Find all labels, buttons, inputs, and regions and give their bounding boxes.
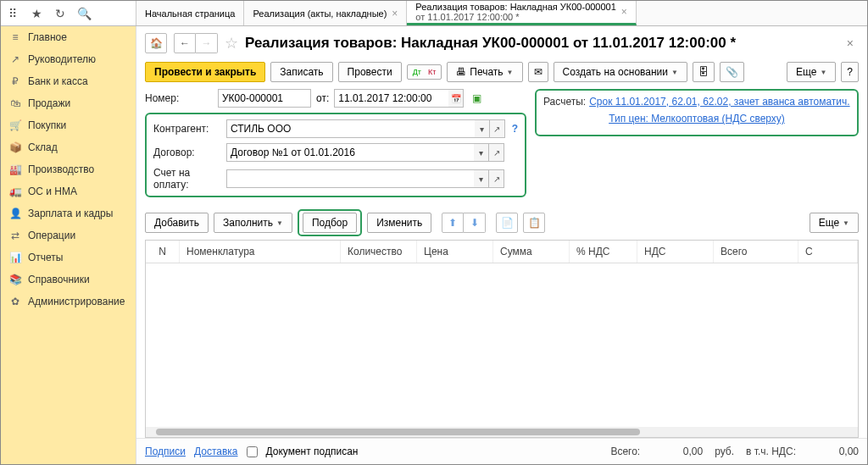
move-up-button[interactable]: ⬆	[442, 213, 464, 233]
cart-icon: 🛒	[9, 119, 21, 131]
sidebar-item-label: Главное	[28, 31, 67, 43]
col-price[interactable]: Цена	[417, 241, 493, 263]
change-button[interactable]: Изменить	[367, 213, 431, 233]
sidebar-item-admin[interactable]: ✿Администрирование	[1, 291, 136, 313]
help-icon[interactable]: ?	[512, 123, 518, 135]
sidebar-item-references[interactable]: 📚Справочники	[1, 268, 136, 291]
pick-button[interactable]: Подбор	[303, 213, 357, 233]
fill-button[interactable]: Заполнить▼	[214, 213, 292, 233]
close-icon[interactable]: ×	[621, 6, 627, 18]
col-vat[interactable]: НДС	[637, 241, 714, 263]
calendar-icon[interactable]: 📅	[448, 89, 464, 108]
col-item[interactable]: Номенклатура	[180, 241, 341, 263]
barchart-icon: 📊	[9, 252, 21, 263]
post-and-close-button[interactable]: Провести и закрыть	[145, 62, 265, 82]
move-down-button[interactable]: ⬇	[464, 213, 486, 233]
top-bar: ⠿ ★ ↻ 🔍 Начальная страница Реализация (а…	[1, 1, 867, 26]
col-n[interactable]: N	[146, 241, 180, 263]
sidebar-item-assets[interactable]: 🚛ОС и НМА	[1, 180, 136, 202]
copy-button[interactable]: 📄	[496, 213, 518, 233]
close-icon[interactable]: ×	[392, 8, 398, 19]
table-more-button[interactable]: Еще▼	[810, 213, 859, 233]
sidebar-item-label: Склад	[28, 141, 58, 153]
h-scrollbar[interactable]	[146, 427, 858, 437]
open-icon[interactable]: ↗	[489, 169, 504, 188]
fill-label: Заполнить	[223, 217, 273, 229]
settlement-panel: Расчеты: Срок 11.01.2017, 62.01, 62.02, …	[535, 89, 859, 136]
number-label: Номер:	[145, 92, 213, 104]
open-icon[interactable]: ↗	[490, 119, 505, 138]
dropdown-icon[interactable]: ▾	[474, 169, 489, 188]
create-based-button[interactable]: Создать на основании▼	[554, 62, 687, 82]
gear-icon: ✿	[9, 296, 21, 307]
page-title: Реализация товаров: Накладная УК00-00000…	[245, 35, 736, 52]
more-label: Еще	[796, 66, 816, 78]
contragent-input[interactable]	[226, 119, 475, 138]
back-button[interactable]: ←	[174, 33, 196, 53]
invoice-input[interactable]	[226, 169, 474, 188]
col-qty[interactable]: Количество	[341, 241, 417, 263]
search-icon[interactable]: 🔍	[77, 7, 91, 20]
contragent-label: Контрагент:	[153, 123, 221, 135]
mail-button[interactable]: ✉	[528, 62, 548, 82]
apps-icon[interactable]: ⠿	[6, 7, 19, 20]
number-input[interactable]	[218, 89, 311, 108]
sidebar-item-purchases[interactable]: 🛒Покупки	[1, 114, 136, 136]
chart-icon: ↗	[9, 53, 21, 65]
doc-signed-checkbox[interactable]	[247, 446, 258, 457]
sidebar-item-manager[interactable]: ↗Руководителю	[1, 48, 136, 70]
total-label: Всего:	[610, 446, 640, 457]
paste-button[interactable]: 📋	[523, 213, 545, 233]
col-vat-rate[interactable]: % НДС	[570, 241, 637, 263]
settlement-link[interactable]: Срок 11.01.2017, 62.01, 62.02, зачет ава…	[589, 96, 849, 108]
status-icon: ▣	[472, 92, 481, 104]
help-button[interactable]: ?	[841, 62, 859, 82]
tab-document[interactable]: Реализация товаров: Накладная УК00-00000…	[407, 1, 637, 25]
sidebar-item-sales[interactable]: 🛍Продажи	[1, 92, 136, 114]
dropdown-icon[interactable]: ▾	[475, 119, 490, 138]
dt-kt-button[interactable]: ДтКт	[407, 64, 442, 80]
from-label: от:	[316, 92, 329, 104]
contract-input[interactable]	[226, 143, 474, 162]
sidebar-item-main[interactable]: ≡Главное	[1, 26, 136, 48]
add-button[interactable]: Добавить	[145, 213, 209, 233]
contract-label: Договор:	[153, 147, 221, 158]
signatures-link[interactable]: Подписи	[145, 446, 186, 457]
more-button[interactable]: Еще▼	[787, 62, 836, 82]
doc-signed-label: Документ подписан	[266, 446, 359, 457]
content: 🏠 ← → ☆ Реализация товаров: Накладная УК…	[136, 26, 867, 464]
tab-realization-list[interactable]: Реализация (акты, накладные) ×	[244, 1, 407, 25]
sidebar-item-reports[interactable]: 📊Отчеты	[1, 246, 136, 268]
price-type-link[interactable]: Тип цен: Мелкооптовая (НДС сверху)	[609, 113, 785, 125]
sidebar-item-production[interactable]: 🏭Производство	[1, 158, 136, 180]
print-button[interactable]: 🖶 Печать▼	[447, 62, 522, 82]
col-c[interactable]: С	[798, 241, 858, 263]
open-icon[interactable]: ↗	[489, 143, 504, 162]
tab-start[interactable]: Начальная страница	[136, 1, 244, 25]
top-tools: ⠿ ★ ↻ 🔍	[1, 1, 136, 25]
col-total[interactable]: Всего	[714, 241, 798, 263]
delivery-link[interactable]: Доставка	[194, 446, 238, 457]
close-button[interactable]: ×	[842, 36, 859, 50]
favorite-icon[interactable]: ☆	[225, 34, 238, 53]
sidebar-item-stock[interactable]: 📦Склад	[1, 136, 136, 158]
date-input[interactable]	[334, 89, 448, 108]
col-sum[interactable]: Сумма	[493, 241, 570, 263]
sidebar-item-payroll[interactable]: 👤Зарплата и кадры	[1, 202, 136, 224]
dropdown-icon[interactable]: ▾	[474, 143, 489, 162]
star-icon[interactable]: ★	[30, 7, 43, 20]
ruble-icon: ₽	[9, 75, 21, 87]
table-body[interactable]	[146, 263, 858, 427]
sidebar-item-bank[interactable]: ₽Банк и касса	[1, 70, 136, 92]
attach-button[interactable]: 📎	[720, 62, 744, 82]
more-label: Еще	[819, 217, 839, 229]
sidebar-item-label: Продажи	[28, 97, 70, 109]
save-button[interactable]: Записать	[270, 62, 332, 82]
history-icon[interactable]: ↻	[53, 7, 67, 20]
sidebar-item-operations[interactable]: ⇄Операции	[1, 224, 136, 246]
home-button[interactable]: 🏠	[145, 33, 167, 53]
forward-button[interactable]: →	[196, 33, 218, 53]
related-button[interactable]: 🗄	[693, 62, 715, 82]
post-button[interactable]: Провести	[338, 62, 402, 82]
person-icon: 👤	[9, 208, 21, 219]
